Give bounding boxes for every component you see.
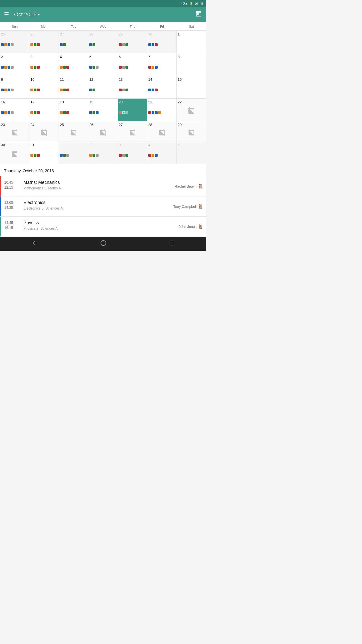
cal-cell-16[interactable]: 16 (0, 99, 29, 121)
event-time-physics: 14:45 16:15 (1, 217, 21, 236)
back-button[interactable] (31, 240, 37, 248)
cal-cell-2-nov[interactable]: 2 (88, 141, 118, 164)
cal-cell-17[interactable]: 17 (29, 99, 59, 121)
cal-cell-5-nov[interactable]: 5 (177, 141, 206, 164)
cal-cell-6[interactable]: 6 (118, 53, 147, 76)
event-content-physics: Physics Physics 2, Sciences A (21, 217, 175, 236)
event-subtitle-physics: Physics 2, Sciences A (23, 226, 173, 230)
week-4: 16 17 18 19 20 (0, 99, 206, 121)
cal-cell-27[interactable]: 27 (118, 121, 147, 141)
menu-button[interactable]: ☰ (4, 11, 9, 18)
cal-cell-22[interactable]: 22 (177, 99, 206, 121)
cal-cell-9[interactable]: 9 (0, 76, 29, 99)
cal-cell-3-nov[interactable]: 3 (118, 141, 147, 164)
event-title-maths: Maths: Mechanics (23, 180, 170, 185)
cal-cell-23[interactable]: 23 (0, 121, 29, 141)
day-headers: Sun Mon Tue Wed Thu Fri Sat (0, 22, 206, 31)
event-item-electronics[interactable]: 13:05 14:35 Electronics Electronics 3, S… (0, 196, 206, 217)
week-6: 30 31 1 2 3 (0, 141, 206, 164)
cal-cell-4-nov[interactable]: 4 (147, 141, 177, 164)
svg-point-0 (101, 240, 106, 246)
owl-icon-maths: 🦉 (198, 184, 203, 189)
event-title-physics: Physics (23, 220, 173, 225)
cal-cell-1-nov[interactable]: 1 (59, 141, 88, 164)
date-heading-section: Thursday, October 20, 2016 (0, 164, 206, 176)
event-content-maths: Maths: Mechanics Mathematics 3, Maths A (21, 176, 172, 196)
cal-cell-27-sep[interactable]: 27 (59, 31, 88, 53)
owl-icon-electronics: 🦉 (198, 204, 203, 209)
cal-cell-26-sep[interactable]: 26 (29, 31, 59, 53)
header-mon: Mon (29, 22, 59, 30)
event-teacher-physics: John Jones 🦉 (175, 217, 206, 236)
cal-cell-25[interactable]: 25 (59, 121, 88, 141)
cal-cell-13[interactable]: 13 (118, 76, 147, 99)
cal-cell-18[interactable]: 18 (59, 99, 88, 121)
cal-cell-20-today[interactable]: 20 (118, 99, 147, 121)
cal-cell-30[interactable]: 30 (0, 141, 29, 164)
event-time-electronics: 13:05 14:35 (1, 196, 21, 216)
header-tue: Tue (59, 22, 88, 30)
cal-cell-29[interactable]: 29 (177, 121, 206, 141)
bottom-nav (0, 237, 206, 251)
header-thu: Thu (118, 22, 147, 30)
header-wed: Wed (88, 22, 118, 30)
cal-cell-21[interactable]: 21 (147, 99, 177, 121)
signal-icon: 4G▲ (181, 2, 188, 5)
cal-cell-24[interactable]: 24 (29, 121, 59, 141)
cal-cell-28[interactable]: 28 (147, 121, 177, 141)
event-time-maths: 10:45 12:15 (1, 176, 21, 196)
month-title[interactable]: Oct 2016 ▾ (14, 11, 40, 18)
cal-cell-5[interactable]: 5 (88, 53, 118, 76)
cal-cell-1[interactable]: 1 (177, 31, 206, 53)
event-item-physics[interactable]: 14:45 16:15 Physics Physics 2, Sciences … (0, 217, 206, 237)
event-teacher-maths: Rachel Brown 🦉 (172, 176, 206, 196)
cal-cell-7[interactable]: 7 (147, 53, 177, 76)
svg-rect-1 (170, 241, 174, 245)
cal-cell-4[interactable]: 4 (59, 53, 88, 76)
cal-cell-10[interactable]: 10 (29, 76, 59, 99)
cal-cell-14[interactable]: 14 (147, 76, 177, 99)
event-subtitle-electronics: Electronics 3, Sciences A (23, 206, 168, 210)
cal-cell-11[interactable]: 11 (59, 76, 88, 99)
week-5: 23 24 25 26 27 (0, 121, 206, 141)
week-3: 9 10 11 12 13 (0, 76, 206, 99)
event-teacher-electronics: Tony Campbell 🦉 (170, 196, 206, 216)
cal-cell-29-sep[interactable]: 29 (118, 31, 147, 53)
cal-cell-3[interactable]: 3 (29, 53, 59, 76)
today-calendar-icon[interactable] (195, 10, 202, 19)
cal-cell-15[interactable]: 15 (177, 76, 206, 99)
cal-cell-12[interactable]: 12 (88, 76, 118, 99)
header-fri: Fri (147, 22, 177, 30)
week-1: 25 26 27 28 29 (0, 31, 206, 53)
month-label: Oct 2016 (14, 11, 36, 18)
header-sun: Sun (0, 22, 29, 30)
event-list: 10:45 12:15 Maths: Mechanics Mathematics… (0, 176, 206, 237)
event-content-electronics: Electronics Electronics 3, Sciences A (21, 196, 170, 216)
month-dropdown-icon: ▾ (38, 13, 40, 17)
cal-cell-8[interactable]: 8 (177, 53, 206, 76)
cal-cell-2[interactable]: 2 (0, 53, 29, 76)
owl-icon-physics: 🦉 (198, 224, 203, 229)
selected-date: Thursday, October 20, 2016 (4, 169, 54, 173)
event-item-maths[interactable]: 10:45 12:15 Maths: Mechanics Mathematics… (0, 176, 206, 196)
calendar: Sun Mon Tue Wed Thu Fri Sat 25 26 27 2 (0, 22, 206, 164)
cal-cell-28-sep[interactable]: 28 (88, 31, 118, 53)
recent-apps-button[interactable] (169, 240, 175, 247)
app-bar: ☰ Oct 2016 ▾ (0, 7, 206, 22)
cal-cell-31[interactable]: 31 (29, 141, 59, 164)
event-subtitle-maths: Mathematics 3, Maths A (23, 186, 170, 190)
cal-cell-25-sep[interactable]: 25 (0, 31, 29, 53)
clock: 08:45 (195, 2, 203, 6)
home-button[interactable] (100, 240, 106, 248)
battery-icon: 🔋 (189, 2, 193, 6)
status-bar: 4G▲ 🔋 08:45 (0, 0, 206, 7)
cal-cell-26[interactable]: 26 (88, 121, 118, 141)
week-2: 2 3 4 5 6 (0, 53, 206, 76)
cal-cell-30-sep[interactable]: 30 (147, 31, 177, 53)
header-sat: Sat (177, 22, 206, 30)
event-title-electronics: Electronics (23, 200, 168, 205)
cal-cell-19[interactable]: 19 (88, 99, 118, 121)
